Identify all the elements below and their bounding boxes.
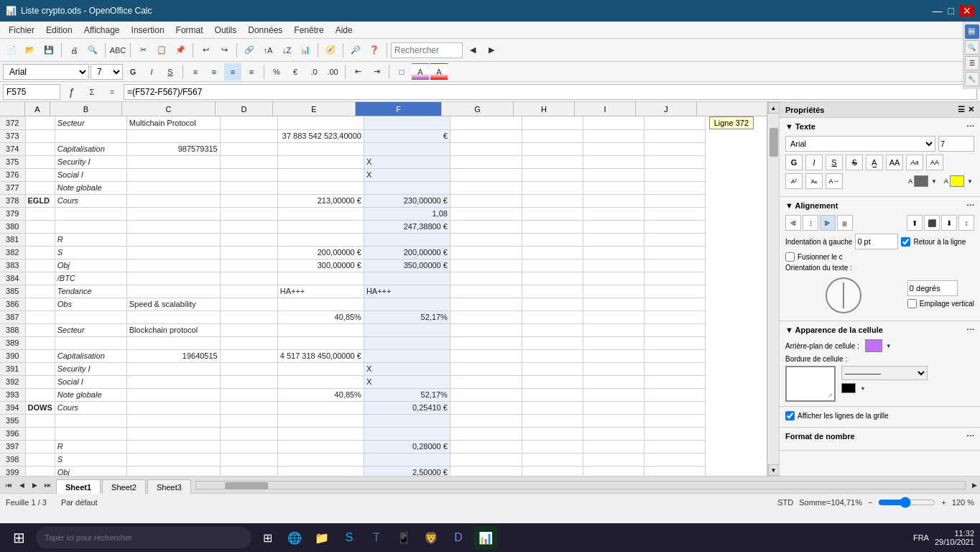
cell-a380[interactable] bbox=[25, 220, 55, 233]
cell-a387[interactable] bbox=[25, 310, 55, 323]
col-header-i[interactable]: I bbox=[575, 102, 636, 116]
cell-b379[interactable] bbox=[55, 207, 126, 220]
cell-j378[interactable] bbox=[644, 194, 705, 207]
sort-asc-btn[interactable]: ↑A bbox=[259, 42, 277, 59]
panel-spacing-btn[interactable]: A↔ bbox=[826, 173, 843, 189]
cell-i394[interactable] bbox=[583, 401, 644, 414]
scroll-down-btn[interactable]: ▼ bbox=[768, 464, 780, 476]
help-btn[interactable]: ❓ bbox=[366, 42, 383, 59]
cell-g374[interactable] bbox=[450, 142, 522, 155]
cell-a389[interactable] bbox=[25, 336, 55, 349]
cell-c379[interactable] bbox=[126, 207, 220, 220]
cell-h397[interactable] bbox=[522, 440, 583, 453]
italic-btn[interactable]: I bbox=[143, 63, 160, 80]
panel-shadow-btn[interactable]: A̲ bbox=[866, 155, 883, 170]
cell-a398[interactable] bbox=[25, 453, 55, 466]
cell-f399[interactable]: 2,50000 € bbox=[364, 466, 450, 476]
cell-g376[interactable] bbox=[450, 168, 522, 181]
cell-c393[interactable] bbox=[126, 388, 220, 401]
cell-a386[interactable] bbox=[25, 298, 55, 310]
cell-c390[interactable]: 19640515 bbox=[126, 349, 220, 362]
cell-i390[interactable] bbox=[583, 349, 644, 362]
cell-h378[interactable] bbox=[522, 194, 583, 207]
cell-g390[interactable] bbox=[450, 349, 522, 362]
sum-btn[interactable]: Σ bbox=[83, 83, 101, 101]
spreadsheet-grid[interactable]: 372SecteurMultichain Protocol37337 883 5… bbox=[0, 116, 767, 476]
search-prev-btn[interactable]: ◀ bbox=[464, 42, 481, 59]
cell-a388[interactable] bbox=[25, 323, 55, 336]
cell-d389[interactable] bbox=[220, 336, 277, 349]
menu-aide[interactable]: Aide bbox=[330, 24, 359, 37]
sheet-prev-btn[interactable]: ◀ bbox=[16, 479, 27, 491]
cell-a374[interactable] bbox=[25, 142, 55, 155]
cell-h395[interactable] bbox=[522, 414, 583, 427]
cell-j388[interactable] bbox=[644, 323, 705, 336]
cell-a383[interactable] bbox=[25, 259, 55, 272]
align-justify-btn[interactable]: ≡ bbox=[243, 63, 260, 80]
cell-j386[interactable] bbox=[644, 298, 705, 310]
cell-i395[interactable] bbox=[583, 414, 644, 427]
valign-bot-btn[interactable]: ⬇ bbox=[941, 215, 957, 231]
cell-g396[interactable] bbox=[450, 427, 522, 440]
cell-c399[interactable] bbox=[126, 466, 220, 476]
cell-f372[interactable] bbox=[364, 116, 450, 129]
cell-h377[interactable] bbox=[522, 181, 583, 194]
text-section-more[interactable]: ⋯ bbox=[966, 122, 974, 132]
bg-color-dropdown[interactable]: ▼ bbox=[884, 339, 894, 352]
indent-input[interactable] bbox=[855, 234, 898, 249]
menu-fichier[interactable]: Fichier bbox=[3, 24, 40, 37]
preview-btn[interactable]: 🔍 bbox=[84, 42, 101, 59]
indent-dec-btn[interactable]: ⇤ bbox=[349, 63, 366, 80]
formula-input[interactable] bbox=[124, 84, 977, 100]
cell-d387[interactable] bbox=[220, 310, 277, 323]
panel-superscript-btn[interactable]: A² bbox=[785, 173, 803, 189]
cell-g399[interactable] bbox=[450, 466, 522, 476]
cell-i391[interactable] bbox=[583, 362, 644, 375]
panel-font-select[interactable]: Arial bbox=[785, 136, 935, 152]
cell-b383[interactable]: Obj bbox=[55, 259, 126, 272]
cell-c377[interactable] bbox=[126, 181, 220, 194]
bold-btn[interactable]: G bbox=[124, 63, 142, 80]
cell-c387[interactable] bbox=[126, 310, 220, 323]
cell-b394[interactable]: Cours bbox=[55, 401, 126, 414]
cell-f398[interactable] bbox=[364, 453, 450, 466]
cell-c392[interactable] bbox=[126, 375, 220, 388]
cell-h384[interactable] bbox=[522, 272, 583, 285]
cell-j398[interactable] bbox=[644, 453, 705, 466]
cell-h392[interactable] bbox=[522, 375, 583, 388]
cell-i377[interactable] bbox=[583, 181, 644, 194]
cell-a385[interactable] bbox=[25, 285, 55, 298]
cell-g388[interactable] bbox=[450, 323, 522, 336]
taskbar-discord[interactable]: D bbox=[447, 526, 470, 549]
cell-j391[interactable] bbox=[644, 362, 705, 375]
underline-color-btn[interactable] bbox=[914, 175, 928, 187]
paste-btn[interactable]: 📌 bbox=[172, 42, 189, 59]
cell-j382[interactable] bbox=[644, 246, 705, 259]
hscroll-thumb[interactable] bbox=[225, 482, 268, 489]
cell-d373[interactable] bbox=[220, 129, 277, 142]
alignment-section-title[interactable]: ▼ Alignement ⋯ bbox=[785, 201, 974, 211]
cell-h376[interactable] bbox=[522, 168, 583, 181]
align-right-btn[interactable]: ≡ bbox=[224, 63, 241, 80]
cell-h375[interactable] bbox=[522, 155, 583, 168]
cell-b384[interactable]: /BTC bbox=[55, 272, 126, 285]
cell-g397[interactable] bbox=[450, 440, 522, 453]
cell-b378[interactable]: Cours bbox=[55, 194, 126, 207]
cell-c378[interactable] bbox=[126, 194, 220, 207]
scroll-up-btn[interactable]: ▲ bbox=[768, 102, 780, 114]
cell-j390[interactable] bbox=[644, 349, 705, 362]
sheet-last-btn[interactable]: ⏭ bbox=[42, 479, 53, 491]
cell-f393[interactable]: 52,17% bbox=[364, 388, 450, 401]
cell-c383[interactable] bbox=[126, 259, 220, 272]
cell-j381[interactable] bbox=[644, 233, 705, 246]
align-left-btn[interactable]: ≡ bbox=[187, 63, 204, 80]
cell-e372[interactable] bbox=[277, 116, 364, 129]
taskbar-skype[interactable]: S bbox=[338, 526, 361, 549]
cell-a395[interactable] bbox=[25, 414, 55, 427]
cell-i380[interactable] bbox=[583, 220, 644, 233]
border-btn[interactable]: □ bbox=[393, 63, 410, 80]
taskbar-explorer[interactable]: 📁 bbox=[310, 526, 333, 549]
cell-j395[interactable] bbox=[644, 414, 705, 427]
cell-f390[interactable] bbox=[364, 349, 450, 362]
cell-j387[interactable] bbox=[644, 310, 705, 323]
